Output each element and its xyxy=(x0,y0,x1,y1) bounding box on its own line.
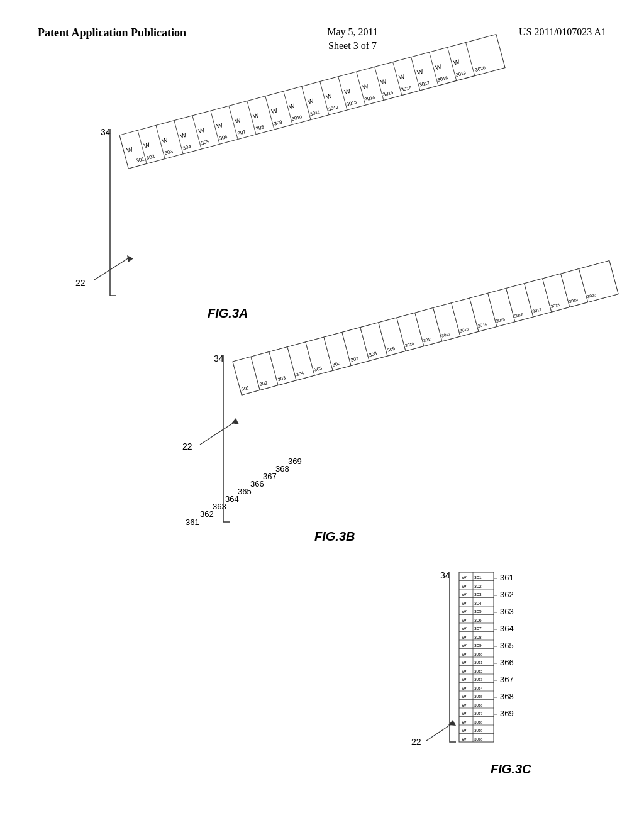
svg-text:3019: 3019 xyxy=(474,728,482,733)
svg-text:306: 306 xyxy=(474,618,482,622)
svg-text:304: 304 xyxy=(474,601,482,606)
fig3a-arrow xyxy=(94,258,129,280)
svg-text:W: W xyxy=(462,694,467,699)
svg-text:W: W xyxy=(462,711,467,716)
svg-text:W: W xyxy=(462,592,467,597)
svg-text:3018: 3018 xyxy=(474,720,482,724)
patent-number: US 2011/0107023 A1 xyxy=(519,26,606,37)
fig3a-arrowhead xyxy=(125,253,133,262)
header-left: Patent Application Publication xyxy=(38,25,186,41)
svg-text:3015: 3015 xyxy=(474,694,482,699)
patent-drawing: 34 W 301 W 302 W 303 W 304 W 305 W xyxy=(38,101,604,792)
fig3b-ref22: 22 xyxy=(182,441,192,451)
publication-date: May 5, 2011 xyxy=(327,25,378,39)
svg-text:309: 309 xyxy=(474,643,482,648)
svg-text:3017: 3017 xyxy=(474,711,482,716)
fig3a-ref22: 22 xyxy=(75,278,86,288)
fig3b-ref362: 362 xyxy=(200,509,214,519)
svg-text:3014: 3014 xyxy=(474,686,482,690)
svg-text:W: W xyxy=(462,584,467,589)
fig3b-ref361: 361 xyxy=(186,517,199,527)
svg-text:305: 305 xyxy=(474,609,482,614)
header-right: US 2011/0107023 A1 xyxy=(519,25,606,39)
svg-text:W: W xyxy=(462,702,467,708)
svg-text:W: W xyxy=(462,575,467,580)
fig3b-ref367: 367 xyxy=(263,472,277,481)
svg-text:3020: 3020 xyxy=(474,737,482,741)
fig3c-ref22: 22 xyxy=(411,737,421,747)
svg-text:W: W xyxy=(462,609,467,614)
svg-text:W: W xyxy=(462,634,467,640)
publication-title: Patent Application Publication xyxy=(38,26,186,39)
fig3c-ref364: 364 xyxy=(500,624,514,633)
page-header: Patent Application Publication May 5, 20… xyxy=(0,25,644,53)
fig3c-strip: W 301 W 302 W 303 W 304 W 305 W 306 W 30… xyxy=(459,572,494,742)
svg-text:W: W xyxy=(462,660,467,665)
fig3b-strip: 301 302 303 304 305 306 307 308 309 3010… xyxy=(233,261,618,396)
svg-text:W: W xyxy=(462,719,467,725)
fig3c-ref368: 368 xyxy=(500,692,514,701)
svg-text:W: W xyxy=(462,617,467,623)
svg-text:3016: 3016 xyxy=(474,703,482,707)
svg-text:301: 301 xyxy=(474,575,482,580)
svg-text:W: W xyxy=(462,643,467,648)
fig3b-ref369: 369 xyxy=(288,456,302,466)
fig3c-arrow xyxy=(426,723,453,741)
fig3a-label: FIG.3A xyxy=(208,306,248,320)
fig3c-ref369: 369 xyxy=(500,709,514,718)
fig3c-ref34: 34 xyxy=(440,570,450,580)
svg-text:3011: 3011 xyxy=(474,660,482,665)
svg-text:W: W xyxy=(462,677,467,682)
fig3c-ref366: 366 xyxy=(500,658,514,667)
svg-text:W: W xyxy=(462,626,467,631)
fig3b-ref364: 364 xyxy=(225,494,239,504)
svg-text:W: W xyxy=(462,651,467,657)
fig3b-label: FIG.3B xyxy=(314,529,355,543)
drawing-area: 34 W 301 W 302 W 303 W 304 W 305 W xyxy=(38,101,606,792)
svg-text:302: 302 xyxy=(474,584,482,589)
fig3a-ref34: 34 xyxy=(101,127,111,137)
svg-text:308: 308 xyxy=(474,635,482,639)
fig3b-ref366: 366 xyxy=(250,479,264,489)
fig3c-label: FIG.3C xyxy=(491,762,531,776)
fig3b-ref368: 368 xyxy=(275,464,289,473)
svg-text:W: W xyxy=(462,600,467,606)
svg-text:3013: 3013 xyxy=(474,677,482,682)
fig3b-ref365: 365 xyxy=(238,487,252,496)
fig3b-arrow xyxy=(200,421,236,445)
fig3a-strip: W 301 W 302 W 303 W 304 W 305 W 306 W 30… xyxy=(119,35,505,169)
fig3c-ref362: 362 xyxy=(500,590,514,599)
svg-text:303: 303 xyxy=(474,592,482,597)
svg-text:3012: 3012 xyxy=(474,669,482,673)
fig3b-ref34: 34 xyxy=(214,353,224,363)
fig3c-ref363: 363 xyxy=(500,607,514,616)
svg-text:W: W xyxy=(462,728,467,733)
svg-text:307: 307 xyxy=(474,626,482,631)
fig3c-ref365: 365 xyxy=(500,641,514,650)
fig3c-ref367: 367 xyxy=(500,675,514,684)
sheet-info: Sheet 3 of 7 xyxy=(327,39,378,53)
svg-text:W: W xyxy=(462,685,467,691)
header-center: May 5, 2011 Sheet 3 of 7 xyxy=(327,25,378,53)
fig3a-brace xyxy=(110,129,116,296)
svg-text:W: W xyxy=(462,736,467,742)
fig3c-brace xyxy=(450,572,456,742)
fig3b-ref363: 363 xyxy=(213,502,226,511)
svg-text:W: W xyxy=(462,668,467,674)
svg-text:3010: 3010 xyxy=(474,652,482,656)
fig3c-ref361: 361 xyxy=(500,573,514,582)
